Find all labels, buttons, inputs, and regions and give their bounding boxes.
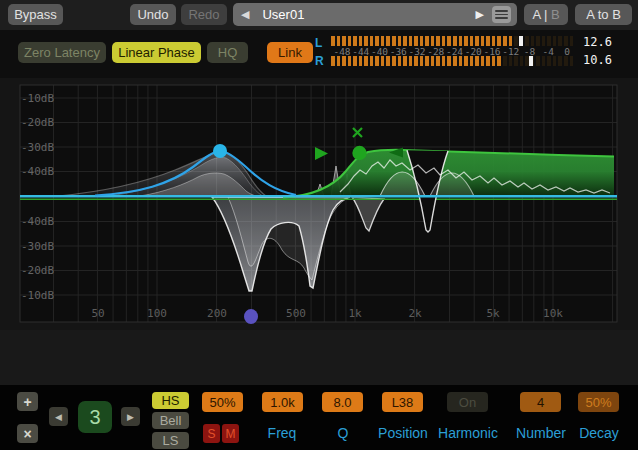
freq-tick-label: 100 <box>147 307 167 320</box>
position-value-button[interactable]: L38 <box>382 392 423 412</box>
zero-latency-button[interactable]: Zero Latency <box>18 42 106 63</box>
preset-bar[interactable]: ◀ User01 ▶ <box>233 3 517 26</box>
meter-segment <box>536 36 540 46</box>
meter-segment <box>464 36 468 46</box>
position-label: Position <box>378 425 428 441</box>
meter-segment <box>509 36 513 46</box>
db-tick-label: -40dB <box>21 165 54 178</box>
meter-segment <box>436 36 440 46</box>
meter-segment <box>447 56 451 66</box>
meter-segment <box>481 36 485 46</box>
freq-label: Freq <box>268 425 297 441</box>
filter-type-hs-button[interactable]: HS <box>152 392 189 409</box>
shelf-band-handle[interactable] <box>352 146 366 160</box>
meter-segment <box>414 56 418 66</box>
meter-segment <box>470 56 474 66</box>
prev-band-button[interactable]: ◀ <box>49 407 68 426</box>
freq-tick-label: 50 <box>91 307 104 320</box>
freq-tick-label: 10k <box>543 307 563 320</box>
q-value-button[interactable]: 8.0 <box>322 392 363 412</box>
db-tick-label: -20dB <box>21 116 54 129</box>
meter-segment <box>453 36 457 46</box>
ab-toggle-button[interactable]: A | B <box>524 4 568 25</box>
meter-segment <box>514 36 518 46</box>
freq-tick-label: 200 <box>207 307 227 320</box>
meter-segment <box>359 36 363 46</box>
meter-segment <box>414 36 418 46</box>
meter-segment <box>514 56 518 66</box>
meter-segment <box>547 36 551 46</box>
meter-segment <box>531 36 535 46</box>
filter-type-bell-button[interactable]: Bell <box>152 412 189 429</box>
hq-button[interactable]: HQ <box>207 42 248 63</box>
meter-segment <box>331 56 335 66</box>
preset-next-icon[interactable]: ▶ <box>476 9 484 20</box>
db-tick-label: -30dB <box>21 240 54 253</box>
left-meter-value: 12.6 <box>562 35 612 49</box>
add-band-button[interactable]: + <box>17 392 38 411</box>
harmonic-value-button[interactable]: On <box>447 392 488 412</box>
meter-segment <box>492 56 496 66</box>
freq-tick-label: 5k <box>486 307 499 320</box>
decay-value-button[interactable]: 50% <box>578 392 619 412</box>
meter-segment <box>353 36 357 46</box>
meter-segment <box>431 56 435 66</box>
number-value-button[interactable]: 4 <box>520 392 561 412</box>
remove-band-button[interactable]: × <box>17 424 38 443</box>
meter-segment <box>525 36 529 46</box>
right-meter-value: 10.6 <box>562 53 612 67</box>
solo-button[interactable]: S <box>203 424 220 443</box>
link-button[interactable]: Link <box>267 42 313 63</box>
mute-button[interactable]: M <box>222 424 239 443</box>
meter-segment <box>475 36 479 46</box>
ab-left-label: A | <box>532 7 547 22</box>
bell-band-handle[interactable] <box>213 144 227 158</box>
preset-prev-icon[interactable]: ◀ <box>241 9 249 20</box>
inactive-band-handle[interactable] <box>244 309 258 324</box>
harmonic-label: Harmonic <box>438 425 498 441</box>
eq-graph[interactable] <box>0 78 638 330</box>
meter-segment <box>420 36 424 46</box>
meter-segment <box>381 56 385 66</box>
meter-segment <box>464 56 468 66</box>
meter-segment <box>542 56 546 66</box>
redo-button[interactable]: Redo <box>181 4 227 25</box>
meter-segment <box>547 56 551 66</box>
meter-segment <box>503 56 507 66</box>
meter-segment <box>337 36 341 46</box>
meter-segment <box>386 36 390 46</box>
meter-segment <box>409 56 413 66</box>
meter-segment <box>486 56 490 66</box>
footer-bar: NUGEN Audio Stereoplacer Analysis Pre <box>0 330 638 385</box>
meter-segment <box>553 56 557 66</box>
left-level-meter <box>331 36 575 46</box>
meter-segment <box>481 56 485 66</box>
meter-segment <box>331 36 335 46</box>
meter-segment <box>375 56 379 66</box>
a-to-b-button[interactable]: A to B <box>575 4 632 25</box>
band-number-display: 3 <box>78 401 112 433</box>
bypass-button[interactable]: Bypass <box>8 4 63 25</box>
undo-button[interactable]: Undo <box>130 4 176 25</box>
db-tick-label: -10dB <box>21 92 54 105</box>
linear-phase-button[interactable]: Linear Phase <box>112 42 201 63</box>
meter-segment <box>409 36 413 46</box>
preset-menu-icon[interactable] <box>492 6 511 23</box>
meter-segment <box>386 56 390 66</box>
gain-value-button[interactable]: 50% <box>202 392 243 412</box>
freq-tick-label: 2k <box>408 307 421 320</box>
meter-segment <box>459 36 463 46</box>
preset-name[interactable]: User01 <box>262 7 304 22</box>
right-level-meter <box>331 56 575 66</box>
meter-segment <box>403 56 407 66</box>
meter-segment <box>398 56 402 66</box>
decay-label: Decay <box>579 425 619 441</box>
next-band-button[interactable]: ▶ <box>121 407 140 426</box>
meter-segment <box>375 36 379 46</box>
meter-segment <box>453 56 457 66</box>
meter-segment <box>392 56 396 66</box>
freq-value-button[interactable]: 1.0k <box>262 392 303 412</box>
meter-segment <box>486 36 490 46</box>
plugin-window: Bypass Undo Redo ◀ User01 ▶ A | B A to B… <box>0 0 638 450</box>
filter-type-ls-button[interactable]: LS <box>152 432 189 449</box>
